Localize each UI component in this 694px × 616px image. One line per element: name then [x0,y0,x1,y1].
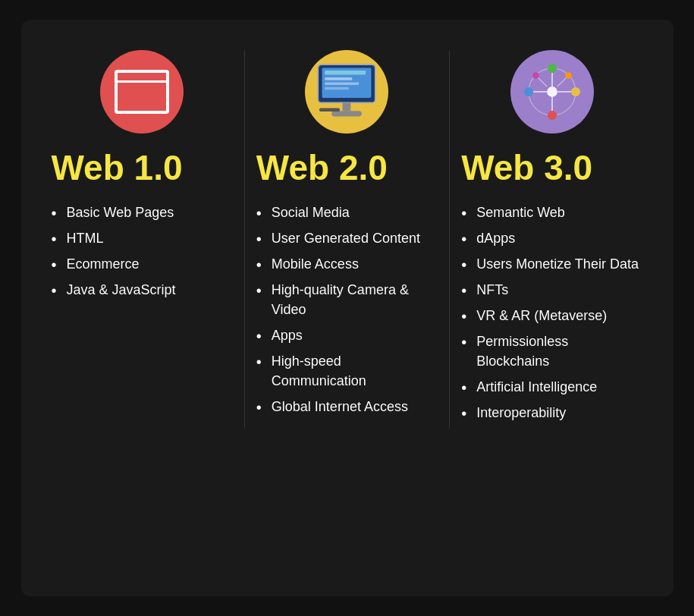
svg-rect-4 [325,82,360,85]
list-item: Social Media [256,203,438,222]
list-item: Global Internet Access [256,397,438,416]
web2-icon-wrapper [256,50,438,134]
web3-title: Web 3.0 [461,149,592,187]
web3-icon-circle [510,50,594,134]
svg-rect-3 [325,77,353,80]
list-item: VR & AR (Metaverse) [461,306,642,325]
web2-list: Social Media User Generated Content Mobi… [256,203,438,423]
web1-icon-circle [100,50,184,134]
web1-column: Web 1.0 Basic Web Pages HTML Ecommerce J… [44,50,240,429]
web3-list: Semantic Web dApps Users Monetize Their … [461,203,642,429]
svg-point-13 [524,87,533,96]
svg-rect-2 [325,71,366,74]
list-item: User Generated Content [256,228,438,248]
web2-title: Web 2.0 [256,149,388,187]
list-item: High-speed Communication [256,351,438,391]
svg-rect-8 [319,108,340,112]
list-item: Users Monetize Their Data [461,254,642,274]
web1-icon-wrapper [52,50,233,134]
list-item: Artificial Intelligence [461,377,642,397]
list-item: Basic Web Pages [52,203,176,222]
computer-icon [312,61,381,122]
web3-icon-wrapper [461,50,642,134]
list-item: Interoperability [461,403,642,423]
list-item: Apps [256,325,438,345]
main-card: Web 1.0 Basic Web Pages HTML Ecommerce J… [21,20,674,596]
list-item: HTML [52,228,176,248]
svg-point-12 [548,111,557,120]
web2-icon-circle [305,50,388,134]
network-icon [520,59,585,124]
list-item: High-quality Camera & Video [256,280,438,319]
svg-point-14 [547,86,557,97]
web1-list: Basic Web Pages HTML Ecommerce Java & Ja… [52,203,176,306]
web1-title: Web 1.0 [52,149,183,187]
svg-rect-6 [343,102,351,111]
svg-point-21 [565,72,572,79]
list-item: Ecommerce [52,254,176,274]
browser-icon [115,70,169,114]
svg-rect-5 [325,87,350,90]
divider-1 [244,50,245,429]
svg-point-22 [532,72,539,79]
list-item: Permissionless Blockchains [461,332,642,371]
list-item: NFTs [461,280,642,300]
svg-point-11 [571,87,580,96]
svg-point-10 [548,64,557,73]
svg-rect-7 [332,111,363,116]
list-item: dApps [461,228,642,248]
web2-column: Web 2.0 Social Media User Generated Cont… [249,50,445,429]
list-item: Java & JavaScript [52,280,176,300]
columns-container: Web 1.0 Basic Web Pages HTML Ecommerce J… [44,50,651,429]
list-item: Semantic Web [461,203,642,222]
divider-2 [449,50,450,429]
list-item: Mobile Access [256,254,438,274]
web3-column: Web 3.0 Semantic Web dApps Users Monetiz… [454,50,650,429]
